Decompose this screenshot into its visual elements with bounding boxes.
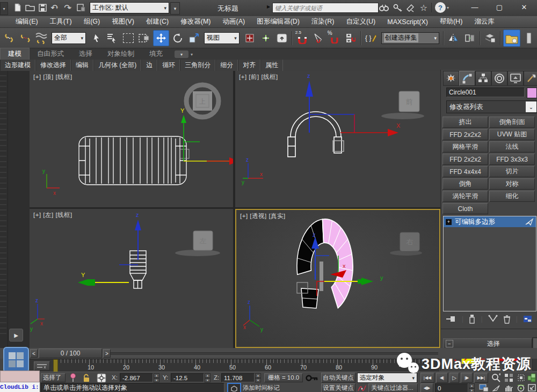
ribbon-tab-populate[interactable]: 填充 (142, 48, 170, 60)
modifier-symmetry-button[interactable]: 对称 (489, 178, 535, 190)
modifier-slice-button[interactable]: 切片 (489, 166, 535, 177)
curve-editor-icon[interactable] (521, 31, 536, 46)
layer-manager-icon[interactable] (483, 31, 498, 46)
expand-panel-button[interactable]: ▶ (9, 329, 23, 342)
workspace-menu-icon[interactable]: ▾ (170, 2, 180, 14)
menu-views[interactable]: 视图(V) (106, 17, 140, 26)
selection-rollout-header[interactable]: − 选择 (443, 338, 532, 349)
viewport-left[interactable]: [+] [左] [线框] z Y 左 (30, 209, 233, 348)
selection-arrow-icon[interactable] (491, 383, 502, 392)
object-color-swatch[interactable] (527, 88, 537, 98)
time-slider-next-button[interactable]: > (103, 349, 111, 358)
stack-item-editable-poly[interactable]: + 可编辑多边形 (444, 216, 536, 227)
panel-scrollbar-thumb[interactable] (533, 338, 537, 348)
edit-named-selection-sets-icon[interactable]: { } (364, 31, 379, 46)
coord-x-spinner[interactable]: ▲▼ (154, 373, 159, 382)
modifier-stack-list[interactable]: + 可编辑多边形 (443, 216, 536, 311)
favorites-star-icon[interactable]: ☆ (417, 2, 430, 13)
select-and-rotate-icon[interactable] (170, 31, 185, 46)
orbit-icon[interactable] (516, 383, 526, 392)
selection-lock-toggle-icon[interactable] (81, 373, 91, 383)
maximize-viewport-toggle-icon[interactable] (527, 383, 537, 392)
time-slider-track[interactable] (111, 352, 438, 356)
coord-x-field[interactable]: -2.867 (120, 373, 153, 382)
search-history-icon[interactable]: ▶ (267, 4, 270, 9)
pin-stack-icon[interactable] (446, 315, 456, 323)
save-file-icon[interactable] (37, 2, 48, 13)
help-icon[interactable]: ? (435, 2, 446, 13)
spinner-snap-icon[interactable] (343, 31, 358, 46)
modifier-ffd2b-button[interactable]: FFD 2x2x2 (442, 154, 488, 165)
new-file-icon[interactable] (12, 2, 24, 13)
menu-graph-editors[interactable]: 图形编辑器(D) (251, 17, 306, 26)
isolate-selection-icon[interactable] (227, 383, 241, 392)
key-filter-target-combo[interactable]: 选定对象▾ (357, 373, 417, 383)
ribbon-edit[interactable]: 编辑 (71, 60, 93, 71)
menu-create[interactable]: 创建(C) (140, 17, 175, 26)
utilities-tab-icon[interactable] (524, 71, 537, 86)
frame-spinner[interactable]: ▲▼ (469, 383, 475, 392)
mirror-icon[interactable] (446, 31, 461, 46)
viewport-front[interactable]: [+] [前] [线框] z X 前 (235, 71, 440, 207)
search-binoculars-icon[interactable] (378, 2, 390, 14)
zoom-extents-all-icon[interactable] (526, 373, 537, 383)
ribbon-tab-selection[interactable]: 选择 (71, 48, 100, 60)
ribbon-triangulation[interactable]: 三角剖分 (180, 60, 215, 71)
menu-tools[interactable]: 工具(T) (44, 17, 78, 26)
viewport-config-icon[interactable] (478, 383, 490, 392)
ribbon-tab-object-paint[interactable]: 对象绘制 (100, 48, 142, 60)
select-and-scale-icon[interactable] (186, 31, 201, 46)
modifier-extrude-button[interactable]: 挤出 (442, 117, 488, 128)
trackbar-playhead[interactable] (53, 359, 58, 372)
zoom-region-icon[interactable] (490, 373, 502, 383)
open-file-icon[interactable] (24, 2, 36, 13)
select-and-move-icon[interactable] (153, 30, 169, 46)
menu-maxscript[interactable]: MAXScript(X) (381, 18, 434, 26)
select-object-icon[interactable] (89, 31, 104, 46)
keyboard-shortcut-override-icon[interactable] (274, 31, 289, 46)
time-slider-handle[interactable]: 0 / 100 (39, 349, 102, 358)
key-filters-button[interactable]: 关键点过滤器... (368, 383, 418, 392)
menu-edit[interactable]: 编辑(E) (10, 17, 44, 26)
viewport-perspective[interactable]: [+] [透视] [真实] z y x (235, 209, 440, 348)
angle-snap-icon[interactable] (311, 31, 326, 46)
time-slider-prev-button[interactable]: < (30, 349, 38, 358)
select-and-manipulate-icon[interactable] (258, 31, 273, 46)
modifier-meshsmooth-button[interactable]: 网格平滑 (442, 141, 488, 153)
graphite-ribbon-toggle-icon[interactable] (503, 30, 520, 47)
key-mode-toggle-button[interactable]: ◀▶ (420, 383, 433, 392)
zoom-extents-icon[interactable] (516, 373, 526, 383)
ribbon-config-caret-icon[interactable]: ▾ (191, 52, 193, 57)
modifier-cloth-button[interactable]: Cloth (442, 203, 488, 214)
menu-liuyunku[interactable]: 溜云库 (468, 17, 500, 26)
cloudlib-panel[interactable] (0, 371, 40, 382)
viewport-layout-tabs-icon[interactable] (3, 347, 29, 373)
selection-filter-combo[interactable]: 全部▾ (52, 32, 86, 44)
modifier-normal-button[interactable]: 法线 (489, 141, 535, 153)
maximize-button[interactable]: ▢ (488, 0, 511, 14)
percent-snap-icon[interactable]: % (327, 31, 342, 46)
modifier-ffd3-button[interactable]: FFD 3x3x3 (489, 154, 535, 165)
menu-modifiers[interactable]: 修改器(M) (175, 17, 216, 26)
unlink-selection-icon[interactable] (18, 31, 33, 46)
menu-help[interactable]: 帮助(H) (434, 17, 468, 26)
rectangular-selection-region-icon[interactable] (121, 31, 136, 46)
auto-key-button[interactable]: 自动关键点 (321, 373, 355, 383)
remove-modifier-icon[interactable] (503, 315, 511, 324)
undo-dropdown-icon[interactable]: ▾ (56, 5, 58, 10)
align-icon[interactable] (462, 31, 477, 46)
show-end-result-icon[interactable] (469, 314, 475, 324)
named-selection-combo[interactable]: 创建选择集▾ (381, 32, 439, 44)
bind-to-space-warp-icon[interactable] (34, 31, 49, 46)
ribbon-tab-freeform[interactable]: 自由形式 (30, 48, 71, 60)
coord-z-spinner[interactable]: ▲▼ (255, 373, 261, 382)
redo-dropdown-icon[interactable]: ▾ (69, 5, 71, 10)
ribbon-geometry-all[interactable]: 几何体 (全部) (93, 60, 141, 71)
use-pivot-point-icon[interactable] (242, 31, 257, 46)
viewport-top[interactable]: [+] [顶] [线框] 上 Y (30, 71, 233, 207)
selection-lock-balloon-icon[interactable] (68, 373, 78, 383)
ribbon-minimize-icon[interactable]: ▾ (175, 50, 188, 58)
ribbon-tab-modeling[interactable]: 建模 (0, 48, 30, 60)
ribbon-loops[interactable]: 循环 (157, 60, 180, 71)
workspace-combo[interactable]: 工作区: 默认▾ (90, 2, 169, 13)
